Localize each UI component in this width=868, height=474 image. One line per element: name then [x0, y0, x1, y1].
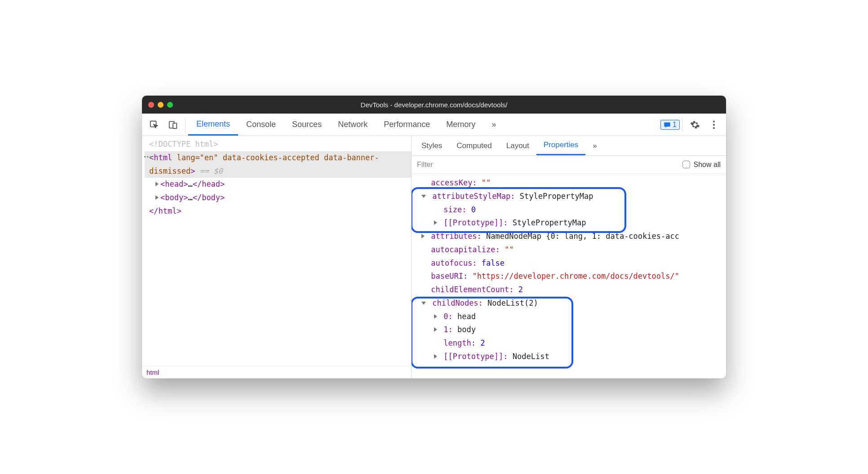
tab-sources[interactable]: Sources: [284, 114, 330, 136]
tab-console[interactable]: Console: [238, 114, 284, 136]
tab-elements[interactable]: Elements: [188, 114, 238, 136]
prop-prototype[interactable]: [[Prototype]]: StylePropertyMap: [412, 216, 724, 230]
filter-input[interactable]: Filter: [417, 161, 433, 169]
dom-doctype[interactable]: <!DOCTYPE html>: [145, 138, 411, 151]
dom-html-close[interactable]: </html>: [145, 205, 411, 218]
gear-icon[interactable]: [686, 116, 704, 134]
show-all-label: Show all: [694, 161, 721, 169]
filter-bar: Filter Show all: [412, 156, 726, 174]
prop-attributestylemap[interactable]: attributeStyleMap: StylePropertyMap: [412, 190, 724, 203]
tab-styles[interactable]: Styles: [414, 136, 449, 155]
svg-point-4: [713, 123, 715, 125]
tab-network[interactable]: Network: [330, 114, 376, 136]
crumb-html[interactable]: html: [146, 369, 159, 376]
prop-childnodes-length[interactable]: length: 2: [412, 337, 724, 350]
tab-more-icon[interactable]: »: [483, 114, 504, 136]
maximize-icon[interactable]: [167, 102, 173, 108]
device-toggle-icon[interactable]: [164, 116, 182, 134]
prop-accesskey[interactable]: accessKey: "": [412, 176, 724, 190]
prop-childnodes-0[interactable]: 0: head: [412, 310, 724, 324]
dom-html-open[interactable]: ••• <html lang="en" data-cookies-accepte…: [145, 151, 411, 178]
selection-dots-icon: •••: [143, 153, 152, 162]
separator: [682, 118, 683, 132]
prop-autofocus[interactable]: autofocus: false: [412, 257, 724, 270]
titlebar: DevTools - developer.chrome.com/docs/dev…: [142, 96, 726, 114]
expand-icon[interactable]: [434, 327, 437, 332]
expand-icon[interactable]: [434, 314, 437, 319]
inspect-icon[interactable]: [145, 116, 164, 134]
svg-point-3: [713, 120, 715, 122]
tab-computed[interactable]: Computed: [449, 136, 499, 155]
tab-performance[interactable]: Performance: [376, 114, 438, 136]
issues-badge[interactable]: 1: [660, 120, 680, 130]
devtools-window: DevTools - developer.chrome.com/docs/dev…: [142, 96, 726, 378]
prop-childnodes-prototype[interactable]: [[Prototype]]: NodeList: [412, 350, 724, 364]
issues-count: 1: [673, 121, 677, 129]
breadcrumb[interactable]: html: [142, 366, 411, 378]
expand-icon[interactable]: [434, 220, 437, 225]
dom-tree[interactable]: <!DOCTYPE html> ••• <html lang="en" data…: [142, 136, 411, 366]
tab-layout[interactable]: Layout: [499, 136, 536, 155]
svg-rect-2: [173, 123, 177, 128]
prop-baseuri[interactable]: baseURI: "https://developer.chrome.com/d…: [412, 270, 724, 283]
prop-autocapitalize[interactable]: autocapitalize: "": [412, 243, 724, 257]
properties-list[interactable]: accessKey: "" attributeStyleMap: StylePr…: [412, 174, 726, 378]
tab-memory[interactable]: Memory: [438, 114, 483, 136]
main-tab-bar: Elements Console Sources Network Perform…: [142, 114, 726, 136]
collapse-icon[interactable]: [421, 195, 426, 198]
collapse-icon[interactable]: [421, 302, 426, 305]
close-icon[interactable]: [148, 102, 154, 108]
prop-attributes[interactable]: attributes: NamedNodeMap {0: lang, 1: da…: [412, 230, 724, 243]
prop-childnodes[interactable]: childNodes: NodeList(2): [412, 297, 724, 310]
dom-head[interactable]: <head>…</head>: [145, 178, 411, 191]
sidebar-tab-bar: Styles Computed Layout Properties »: [412, 136, 726, 156]
sidebar-panel: Styles Computed Layout Properties » Filt…: [412, 136, 726, 378]
content-area: <!DOCTYPE html> ••• <html lang="en" data…: [142, 136, 726, 378]
tab-properties[interactable]: Properties: [536, 136, 585, 155]
elements-panel: <!DOCTYPE html> ••• <html lang="en" data…: [142, 136, 412, 378]
svg-point-5: [713, 127, 715, 129]
expand-icon[interactable]: [155, 182, 159, 186]
traffic-lights: [148, 102, 173, 108]
prop-childnodes-1[interactable]: 1: body: [412, 323, 724, 337]
dom-body[interactable]: <body>…</body>: [145, 191, 411, 205]
menu-icon[interactable]: [704, 116, 723, 134]
show-all-checkbox[interactable]: [682, 161, 690, 168]
minimize-icon[interactable]: [158, 102, 164, 108]
prop-size[interactable]: size: 0: [412, 203, 724, 217]
separator: [185, 118, 186, 132]
expand-icon[interactable]: [155, 195, 159, 200]
expand-icon[interactable]: [434, 354, 437, 359]
window-title: DevTools - developer.chrome.com/docs/dev…: [142, 101, 726, 109]
tab-more-icon[interactable]: »: [585, 136, 604, 155]
prop-childelementcount[interactable]: childElementCount: 2: [412, 283, 724, 297]
expand-icon[interactable]: [421, 234, 425, 238]
